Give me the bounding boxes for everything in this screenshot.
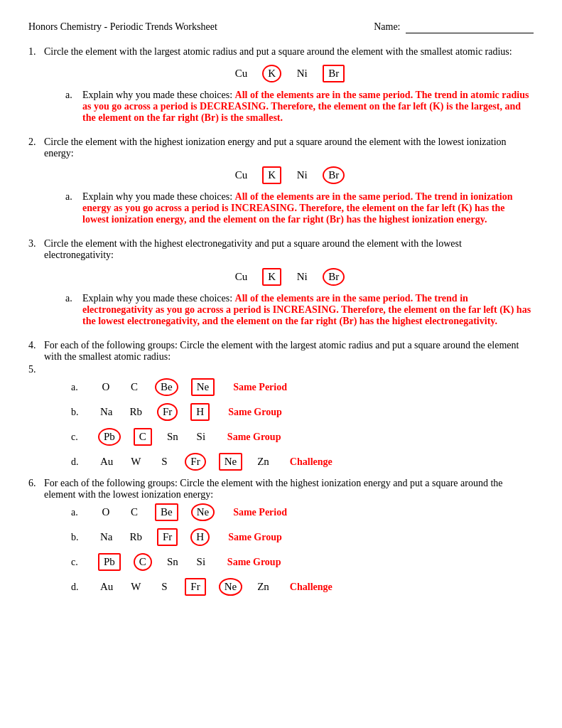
q6-num: 6. — [28, 478, 44, 500]
row-label: d. — [71, 582, 85, 593]
element-si: Si — [193, 555, 209, 570]
element-si: Si — [193, 429, 209, 445]
row-badge: Same Period — [233, 382, 287, 393]
group-row: b.NaRbFrHSame Group — [71, 528, 534, 546]
questions-container: 1.Circle the element with the largest at… — [28, 46, 534, 333]
name-field: Name: — [374, 21, 534, 33]
element-s: S — [156, 579, 172, 595]
element-fr: Fr — [185, 578, 205, 596]
row-label: c. — [71, 432, 85, 443]
q5-row: 5. — [28, 364, 534, 375]
element-ni: Ni — [294, 168, 310, 183]
question-1: 1.Circle the element with the largest at… — [28, 46, 534, 129]
q4-5-block: 4. For each of the following groups: Cir… — [28, 340, 534, 471]
row-badge: Same Group — [227, 557, 281, 568]
q-text: Circle the element with the highest ioni… — [44, 136, 507, 159]
element-c: C — [134, 428, 152, 446]
element-br: Br — [323, 268, 345, 286]
element-c: C — [134, 553, 152, 571]
element-be: Be — [155, 378, 178, 396]
q4-row: 4. For each of the following groups: Cir… — [28, 340, 534, 363]
q5-num: 5. — [28, 364, 44, 375]
element-fr: Fr — [157, 403, 178, 421]
row-badge: Same Group — [228, 532, 282, 543]
element-fr: Fr — [185, 453, 205, 471]
q-num: 2. — [28, 136, 44, 231]
element-ne: Ne — [191, 378, 215, 396]
subq-body: Explain why you made these choices: All … — [82, 90, 534, 124]
element-ne: Ne — [219, 578, 243, 596]
element-br: Br — [323, 166, 345, 184]
group-row: a.OCBeNeSame Period — [71, 503, 534, 521]
subquestion: a.Explain why you made these choices: Al… — [65, 90, 534, 124]
subq-label: a. — [65, 191, 82, 225]
element-cu: Cu — [233, 168, 250, 183]
q-text: Circle the element with the highest elec… — [44, 238, 462, 260]
elements-row: CuKNiBr — [44, 268, 534, 286]
element-k: K — [262, 166, 281, 184]
element-zn: Zn — [255, 454, 271, 470]
subquestion: a.Explain why you made these choices: Al… — [65, 191, 534, 225]
element-au: Au — [98, 454, 115, 470]
row-label: a. — [71, 507, 85, 518]
element-be: Be — [155, 503, 178, 521]
element-c: C — [126, 380, 142, 395]
q-body: Circle the element with the highest ioni… — [44, 136, 534, 231]
row-badge: Challenge — [290, 456, 333, 468]
question-3: 3.Circle the element with the highest el… — [28, 238, 534, 333]
element-ni: Ni — [294, 269, 310, 285]
subq-body: Explain why you made these choices: All … — [82, 191, 534, 225]
group-row: c.PbCSnSiSame Group — [71, 428, 534, 446]
row-label: d. — [71, 456, 85, 468]
row-label: b. — [71, 532, 85, 543]
q6-text: For each of the following groups: Circle… — [44, 478, 534, 500]
element-ne: Ne — [191, 503, 215, 521]
q6-row: 6. For each of the following groups: Cir… — [28, 478, 534, 500]
group-row: a.OCBeNeSame Period — [71, 378, 534, 396]
q4-text: For each of the following groups: Circle… — [44, 340, 534, 363]
element-rb: Rb — [128, 405, 145, 420]
q-text: Circle the element with the largest atom… — [44, 46, 512, 57]
group-row: d.AuWSFrNeZnChallenge — [71, 453, 534, 471]
element-h: H — [190, 403, 210, 421]
element-k: K — [262, 268, 281, 286]
element-cu: Cu — [233, 66, 250, 82]
element-au: Au — [98, 579, 115, 595]
subq-body: Explain why you made these choices: All … — [82, 293, 534, 327]
element-h: H — [190, 528, 210, 546]
row-badge: Same Group — [227, 432, 281, 443]
q-num: 3. — [28, 238, 44, 333]
row-badge: Same Period — [233, 507, 287, 518]
subquestion: a.Explain why you made these choices: Al… — [65, 293, 534, 327]
element-s: S — [156, 454, 172, 470]
element-pb: Pb — [98, 553, 121, 571]
subq-label: a. — [65, 90, 82, 124]
element-w: W — [128, 454, 144, 470]
group-rows-4: a.OCBeNeSame Periodb.NaRbFrHSame Groupc.… — [71, 378, 534, 471]
group-row: d.AuWSFrNeZnChallenge — [71, 578, 534, 596]
elements-row: CuKNiBr — [44, 65, 534, 82]
row-label: a. — [71, 382, 85, 393]
element-o: O — [98, 505, 114, 520]
element-c: C — [126, 505, 142, 520]
element-fr: Fr — [157, 528, 178, 546]
row-label: b. — [71, 407, 85, 418]
subq-label: a. — [65, 293, 82, 327]
element-br: Br — [323, 65, 345, 82]
element-o: O — [98, 380, 114, 395]
q-body: Circle the element with the largest atom… — [44, 46, 534, 129]
q-num: 1. — [28, 46, 44, 129]
q4-num: 4. — [28, 340, 44, 363]
subq-prefix: Explain why you made these choices: — [82, 90, 235, 100]
row-badge: Same Group — [228, 407, 282, 418]
row-badge: Challenge — [290, 582, 333, 593]
name-underline — [406, 21, 534, 33]
worksheet-title: Honors Chemistry - Periodic Trends Works… — [28, 21, 217, 33]
subq-prefix: Explain why you made these choices: — [82, 191, 235, 202]
name-label: Name: — [374, 21, 400, 32]
question-2: 2.Circle the element with the highest io… — [28, 136, 534, 231]
element-zn: Zn — [255, 579, 271, 595]
subq-prefix: Explain why you made these choices: — [82, 293, 235, 304]
element-na: Na — [98, 530, 115, 545]
group-row: b.NaRbFrHSame Group — [71, 403, 534, 421]
